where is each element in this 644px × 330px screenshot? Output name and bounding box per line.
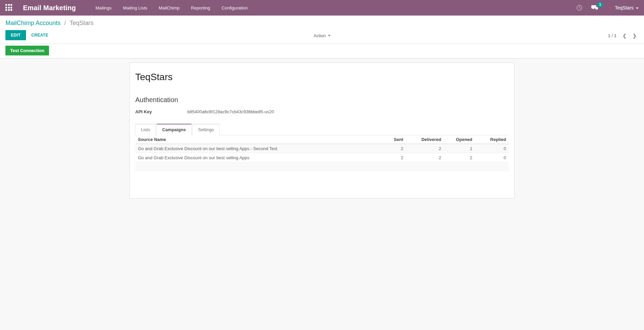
cell-delivered: 2	[406, 144, 444, 153]
column-header-opened[interactable]: Opened	[444, 135, 475, 144]
campaigns-table: Source Name Sent Delivered Opened Replie…	[135, 135, 509, 171]
pager: 1 / 1 ❮ ❯	[608, 33, 637, 38]
column-header-source-name[interactable]: Source Name	[135, 135, 372, 144]
cell-sent: 2	[372, 153, 406, 162]
statusbar: Test Connection	[0, 44, 644, 58]
record-sheet: TeqStars Authentication API Key b85400a6…	[129, 63, 515, 198]
column-header-delivered[interactable]: Delivered	[406, 135, 444, 144]
company-logo-icon	[607, 5, 613, 10]
menu-reporting[interactable]: Reporting	[191, 5, 210, 10]
authentication-section-title: Authentication	[135, 96, 509, 104]
action-dropdown[interactable]: Action	[313, 33, 330, 38]
table-row[interactable]: Go and Grab Exclusive Discount on our be…	[135, 144, 509, 153]
action-dropdown-label: Action	[313, 33, 326, 38]
menu-mailing-lists[interactable]: Mailing Lists	[123, 5, 147, 10]
app-title[interactable]: Email Marketing	[23, 4, 76, 12]
activities-clock-icon[interactable]	[576, 5, 582, 11]
notebook-tabs: Lists Campaigns Settings	[135, 124, 509, 135]
breadcrumb-current: TeqStars	[70, 20, 94, 26]
table-header-row: Source Name Sent Delivered Opened Replie…	[135, 135, 509, 144]
breadcrumb-parent-link[interactable]: MailChimp Accounts	[5, 20, 61, 26]
api-key-field-row: API Key b85400a6c6f128ac9c7cb43c936bbe85…	[135, 109, 509, 114]
breadcrumb-separator: /	[64, 20, 66, 26]
user-name: TeqStars	[615, 5, 634, 10]
chevron-down-icon	[328, 35, 331, 37]
column-header-replied[interactable]: Replied	[475, 135, 509, 144]
apps-grid-icon[interactable]	[5, 4, 13, 11]
cell-sent: 2	[372, 144, 406, 153]
record-title: TeqStars	[135, 72, 509, 82]
cell-replied: 0	[475, 144, 509, 153]
cell-replied: 0	[475, 153, 509, 162]
message-count-badge: 1	[597, 2, 603, 7]
cell-delivered: 2	[406, 153, 444, 162]
tab-settings[interactable]: Settings	[192, 124, 220, 135]
cell-source-name: Go and Grab Exclusive Discount on our be…	[135, 144, 372, 153]
cell-opened: 2	[444, 153, 475, 162]
control-panel: MailChimp Accounts / TeqStars EDIT CREAT…	[0, 16, 644, 44]
api-key-value: b85400a6c6f128ac9c7cb43c936bbe85-us20	[187, 109, 274, 114]
tab-lists[interactable]: Lists	[135, 124, 156, 135]
user-menu[interactable]: TeqStars	[607, 5, 639, 10]
menu-mailchimp[interactable]: MailChimp	[159, 5, 180, 10]
menu-configuration[interactable]: Configuration	[221, 5, 247, 10]
table-row[interactable]: Go and Grab Exclusive Discount on our be…	[135, 153, 509, 162]
top-navbar: Email Marketing Mailings Mailing Lists M…	[0, 0, 644, 16]
chevron-down-icon	[636, 7, 639, 9]
tab-campaigns[interactable]: Campaigns	[157, 124, 192, 135]
messages-icon[interactable]: 1	[591, 5, 598, 11]
pager-value: 1 / 1	[608, 33, 616, 38]
create-button[interactable]: CREATE	[26, 30, 54, 40]
cell-source-name: Go and Grab Exclusive Discount on our be…	[135, 153, 372, 162]
breadcrumb: MailChimp Accounts / TeqStars	[5, 20, 639, 27]
test-connection-button[interactable]: Test Connection	[5, 46, 49, 55]
cell-opened: 1	[444, 144, 475, 153]
form-view: TeqStars Authentication API Key b85400a6…	[0, 58, 644, 198]
main-menu: Mailings Mailing Lists MailChimp Reporti…	[95, 5, 247, 10]
column-header-sent[interactable]: Sent	[372, 135, 406, 144]
pager-previous-icon[interactable]: ❮	[623, 33, 627, 38]
empty-table-row	[135, 162, 509, 171]
api-key-label: API Key	[135, 109, 187, 114]
menu-mailings[interactable]: Mailings	[95, 5, 112, 10]
edit-button[interactable]: EDIT	[5, 30, 26, 40]
pager-next-icon[interactable]: ❯	[633, 33, 637, 38]
